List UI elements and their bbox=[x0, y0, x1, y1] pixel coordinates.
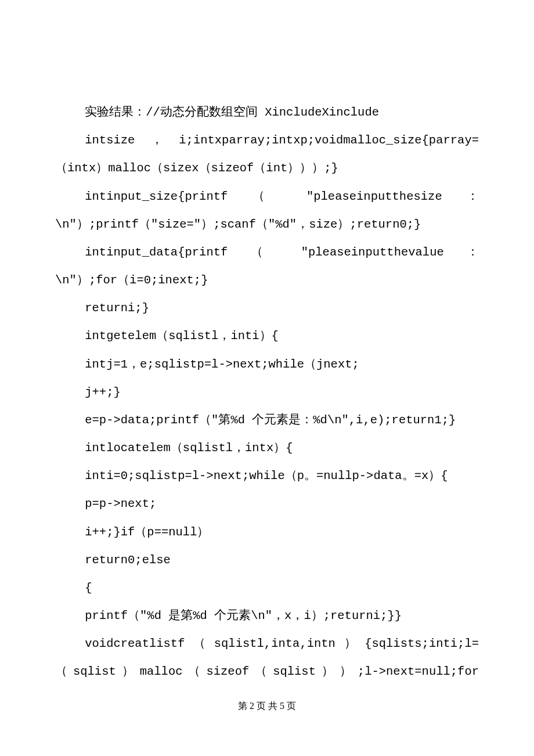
code-line: j++;} bbox=[55, 379, 479, 406]
code-line: intlocatelem（sqlistl，intx）{ bbox=[55, 434, 479, 462]
code-line: \n"）;printf（"size="）;scanf（"%d"，size）;re… bbox=[55, 211, 479, 239]
code-line: return0;else bbox=[55, 546, 479, 574]
code-line: intinput_size{printf （ "pleaseinputthesi… bbox=[55, 183, 479, 211]
page-footer: 第 2 页 共 5 页 bbox=[0, 700, 534, 712]
code-line: i++;}if（p==null） bbox=[55, 519, 479, 546]
code-line: intj=1，e;sqlistp=l->next;while（jnext; bbox=[55, 351, 479, 379]
document-page: 实验结果：//动态分配数组空间 XincludeXincludeintsize，… bbox=[0, 0, 534, 756]
code-line: voidcreatlistf（sqlistl,inta,intn）{sqlist… bbox=[55, 630, 479, 658]
document-content: 实验结果：//动态分配数组空间 XincludeXincludeintsize，… bbox=[55, 99, 479, 686]
code-line: intsize，i;intxparray;intxp;voidmalloc_si… bbox=[55, 127, 479, 154]
code-line: （sqlist）malloc（sizeof（sqlist））;l->next=n… bbox=[55, 658, 479, 686]
code-line: intinput_data{printf （ "pleaseinputtheva… bbox=[55, 239, 479, 267]
code-line: （intx）malloc（sizex（sizeof（int）））;} bbox=[55, 154, 479, 182]
code-line: printf（"%d 是第%d 个元素\n"，x，i）;returni;}} bbox=[55, 602, 479, 630]
code-line: inti=0;sqlistp=l->next;while（p。=nullp->d… bbox=[55, 462, 479, 490]
code-line: intgetelem（sqlistl，inti）{ bbox=[55, 322, 479, 350]
code-line: { bbox=[55, 574, 479, 602]
code-line: p=p->next; bbox=[55, 490, 479, 518]
code-line: returni;} bbox=[55, 294, 479, 322]
code-line: \n"）;for（i=0;inext;} bbox=[55, 267, 479, 294]
code-line: 实验结果：//动态分配数组空间 XincludeXinclude bbox=[55, 99, 479, 127]
code-line: e=p->data;printf（"第%d 个元素是：%d\n",i,e);re… bbox=[55, 406, 479, 434]
